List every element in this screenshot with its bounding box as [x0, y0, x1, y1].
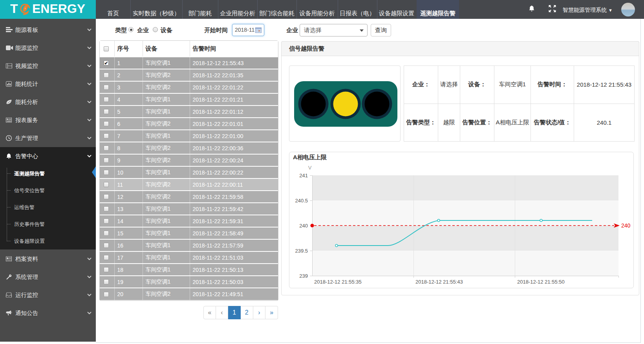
svg-text:2018-12-12 21:55:50: 2018-12-12 21:55:50 — [517, 279, 565, 285]
svg-text:V: V — [308, 165, 312, 171]
svg-text:241: 241 — [299, 173, 308, 178]
svg-text:240: 240 — [621, 222, 631, 229]
svg-text:240.5: 240.5 — [295, 198, 308, 204]
svg-text:2018-12-12 21:55:43: 2018-12-12 21:55:43 — [415, 279, 463, 285]
svg-text:239: 239 — [299, 273, 308, 279]
svg-text:240: 240 — [299, 223, 308, 229]
svg-text:2018-12-12 21:55:35: 2018-12-12 21:55:35 — [314, 279, 362, 285]
svg-text:239.5: 239.5 — [295, 248, 308, 254]
